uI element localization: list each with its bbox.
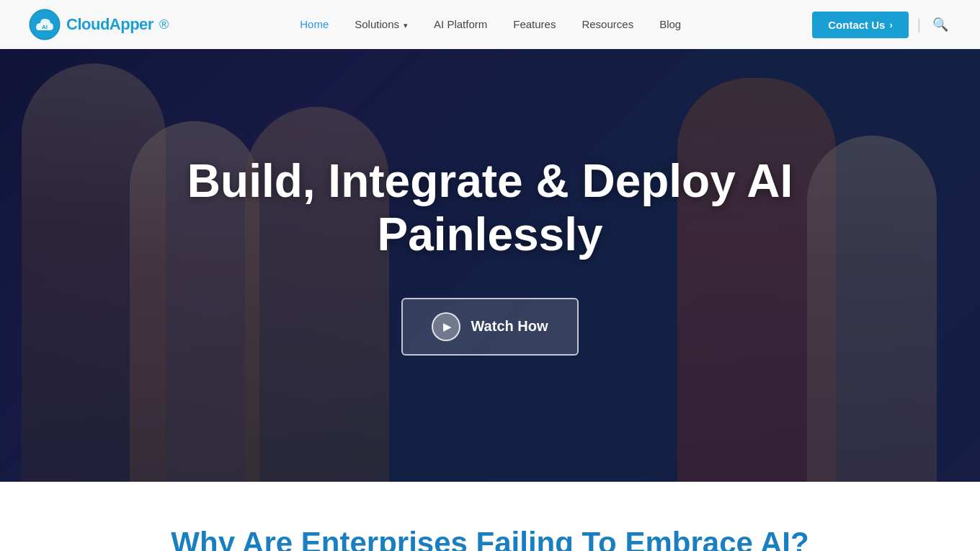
nav-item-features[interactable]: Features bbox=[513, 18, 556, 31]
search-icon: 🔍 bbox=[932, 17, 948, 32]
nav-links: Home Solutions ▾ AI Platform Features Re… bbox=[300, 18, 681, 31]
nav-item-solutions[interactable]: Solutions ▾ bbox=[355, 18, 408, 31]
logo-text: CloudApper bbox=[66, 15, 153, 34]
below-hero-section: Why Are Enterprises Failing To Embrace A… bbox=[0, 482, 980, 551]
nav-link-resources[interactable]: Resources bbox=[582, 18, 633, 30]
logo-registered: ® bbox=[159, 17, 169, 32]
nav-item-home[interactable]: Home bbox=[300, 18, 329, 31]
nav-item-resources[interactable]: Resources bbox=[582, 18, 633, 31]
play-icon: ▶ bbox=[432, 312, 460, 341]
nav-item-blog[interactable]: Blog bbox=[659, 18, 681, 31]
nav-divider: | bbox=[917, 17, 921, 33]
nav-link-blog[interactable]: Blog bbox=[659, 18, 681, 30]
navbar: AI CloudApper ® Home Solutions ▾ AI Plat… bbox=[0, 0, 980, 49]
chevron-down-icon: ▾ bbox=[401, 21, 408, 30]
nav-link-features[interactable]: Features bbox=[513, 18, 556, 30]
nav-link-home[interactable]: Home bbox=[300, 18, 329, 30]
contact-us-button[interactable]: Contact Us › bbox=[812, 12, 909, 38]
watch-how-button[interactable]: ▶ Watch How bbox=[401, 298, 578, 356]
nav-right: Contact Us › | 🔍 bbox=[812, 12, 951, 38]
nav-link-ai-platform[interactable]: AI Platform bbox=[434, 18, 487, 30]
nav-link-solutions[interactable]: Solutions ▾ bbox=[355, 18, 408, 30]
logo-icon: AI bbox=[29, 9, 61, 40]
hero-content: Build, Integrate & Deploy AI Painlessly … bbox=[137, 126, 843, 355]
svg-text:AI: AI bbox=[42, 24, 48, 30]
section-title: Why Are Enterprises Failing To Embrace A… bbox=[58, 525, 922, 551]
search-button[interactable]: 🔍 bbox=[930, 14, 951, 35]
watch-how-label: Watch How bbox=[471, 318, 548, 335]
hero-title: Build, Integrate & Deploy AI Painlessly bbox=[137, 155, 843, 261]
logo-link[interactable]: AI CloudApper ® bbox=[29, 9, 169, 40]
nav-item-ai-platform[interactable]: AI Platform bbox=[434, 18, 487, 31]
hero-section: Build, Integrate & Deploy AI Painlessly … bbox=[0, 0, 980, 482]
contact-btn-label: Contact Us bbox=[828, 19, 885, 31]
contact-btn-chevron-icon: › bbox=[889, 19, 892, 30]
